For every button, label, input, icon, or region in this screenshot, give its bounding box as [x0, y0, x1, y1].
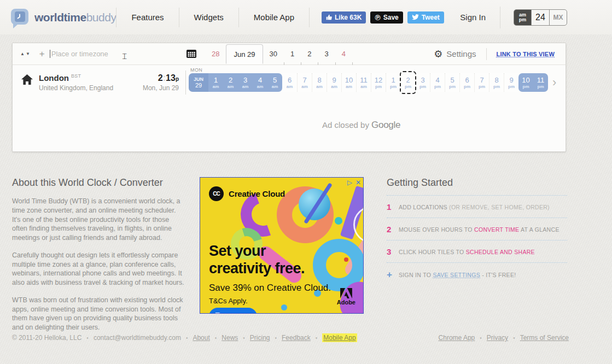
about-title: About this World Clock / Converter — [12, 177, 194, 189]
adchoices-controls: ▷ ✕ — [347, 179, 361, 186]
hour-tile-11am[interactable]: 11am — [356, 73, 371, 92]
hour-tile-3pm[interactable]: 3pm — [415, 73, 430, 92]
format-mx-button[interactable]: MX — [550, 10, 567, 25]
sign-in-link[interactable]: Sign In — [460, 13, 486, 22]
tweet-button[interactable]: Tweet — [407, 11, 444, 24]
scroll-right-icon[interactable]: › — [552, 77, 556, 88]
separator-dot: • — [513, 335, 515, 341]
getting-started-item-4: +SIGN IN TO SAVE SETTINGS - IT'S FREE! — [387, 263, 567, 286]
getting-started-title: Getting Started — [387, 177, 567, 196]
date-tab[interactable]: 1 — [284, 50, 301, 58]
text-cursor-icon: ⌶ — [122, 51, 127, 61]
footer-link-about[interactable]: About — [193, 334, 209, 342]
home-icon[interactable] — [21, 74, 33, 85]
separator-dot: • — [316, 335, 318, 341]
divider — [309, 8, 310, 27]
hour-tile-4am[interactable]: 4am — [253, 73, 267, 92]
date-tab[interactable]: 30 — [263, 50, 284, 58]
footer: © 2011-20 Helloka, LLC • contact@worldti… — [12, 333, 569, 342]
sort-arrows-icon[interactable]: ▲▼ — [20, 51, 31, 56]
footer-link-mobile-app[interactable]: Mobile App — [322, 333, 357, 342]
about-paragraph: Carefully thought out design lets it eff… — [12, 251, 186, 287]
location-row: LondonBST United Kingdom, England 2:13p … — [13, 65, 566, 97]
hour-tile-7am[interactable]: 7am — [297, 73, 312, 92]
footer-link-pricing[interactable]: Pricing — [250, 334, 270, 342]
nav-mobile-app[interactable]: Mobile App — [239, 13, 309, 22]
hour-tile-8am[interactable]: 8am — [312, 73, 327, 92]
hour-tile-9pm[interactable]: 9pm — [504, 73, 518, 92]
hour-tile-11pm[interactable]: 11pm — [533, 73, 548, 92]
dates-group: 28Jun 29301234 — [186, 43, 352, 65]
hour-tile-2am[interactable]: 2am — [223, 73, 238, 92]
format-24h-button[interactable]: 24 — [531, 10, 550, 25]
hour-tile-3am[interactable]: 3am — [238, 73, 253, 92]
main-panel: ▲▼ + Place or timezone ⌶ — [12, 43, 566, 152]
facebook-like-button[interactable]: Like 63K — [322, 11, 366, 24]
date-tab[interactable]: 3 — [318, 50, 335, 58]
calendar-icon[interactable] — [186, 50, 196, 58]
date-tabs: 28Jun 29301234 — [205, 43, 352, 65]
separator-dot: • — [86, 335, 89, 341]
logo-text-light: buddy — [86, 11, 116, 24]
adobe-mark-icon — [340, 288, 352, 298]
hour-tile-10am[interactable]: 10am — [341, 73, 356, 92]
footer-link-privacy[interactable]: Privacy — [487, 334, 508, 342]
settings-gear-icon[interactable]: ⚙ — [434, 48, 442, 60]
hour-tile-5am[interactable]: 5am — [267, 73, 282, 92]
date-tile[interactable]: JUN29 — [189, 73, 208, 92]
hour-tile-7pm[interactable]: 7pm — [474, 73, 489, 92]
footer-link-terms-of-service[interactable]: Terms of Service — [520, 334, 569, 342]
footer-link-feedback[interactable]: Feedback — [282, 334, 311, 342]
hour-tile-6am[interactable]: 6am — [282, 73, 297, 92]
hour-tile-6pm[interactable]: 6pm — [459, 73, 474, 92]
date-tab[interactable]: 2 — [301, 50, 318, 58]
hour-tile-4pm[interactable]: 4pm — [430, 73, 445, 92]
location-time: 2:13p Mon, Jun 29 — [126, 73, 179, 92]
logo-text-bold: worldtime — [34, 11, 86, 24]
hour-tile-10pm[interactable]: 10pm — [518, 73, 533, 92]
current-date: Mon, Jun 29 — [126, 84, 179, 92]
hour-tile-1pm[interactable]: 1pm — [386, 73, 400, 92]
ampm-bottom: pm — [519, 17, 527, 22]
social-buttons: Like 63K ℗ Save Tweet — [322, 11, 444, 24]
nav-features[interactable]: Features — [116, 13, 178, 22]
getting-started-text: SIGN IN TO SAVE SETTINGS - IT'S FREE! — [399, 271, 516, 279]
hour-tile-1am[interactable]: 1am — [208, 73, 223, 92]
settings-button[interactable]: Settings — [446, 49, 476, 58]
date-tab[interactable]: 4 — [335, 50, 352, 58]
ad-headline: Set your creativity free. — [209, 242, 305, 277]
getting-started-item-2: 2MOUSE OVER HOURS TO CONVERT TIME AT A G… — [387, 218, 567, 240]
ad-closed-text: Ad closed by — [322, 120, 371, 130]
copyright-text: © 2011-20 Helloka, LLC — [12, 334, 81, 342]
date-tab-active[interactable]: Jun 29 — [226, 44, 263, 64]
hour-tile-8pm[interactable]: 8pm — [489, 73, 504, 92]
adchoices-icon[interactable]: ▷ — [347, 179, 352, 186]
format-ampm-button[interactable]: am pm — [514, 10, 531, 25]
search-input[interactable]: Place or timezone — [51, 50, 108, 58]
creative-cloud-ad[interactable]: ▷ ✕ CC Creative Cloud Set your creativit… — [200, 177, 364, 314]
footer-link-news[interactable]: News — [222, 334, 238, 342]
hour-tile-12pm[interactable]: 12pm — [371, 73, 386, 92]
ad-brand-label: Creative Cloud — [229, 189, 285, 198]
add-location-icon[interactable]: + — [39, 49, 45, 60]
buy-now-button[interactable]: Buy now — [209, 308, 257, 314]
input-caret — [50, 50, 50, 58]
date-tab[interactable]: 28 — [205, 50, 226, 58]
hour-tile-5pm[interactable]: 5pm — [445, 73, 459, 92]
hour-tile-9am[interactable]: 9am — [327, 73, 341, 92]
timeline: MON JUN291am2am3am4am5am6am7am8am9am10am… — [189, 73, 548, 92]
twitter-bird-icon — [412, 14, 419, 20]
divider — [500, 7, 500, 28]
logo[interactable]: worldtimebuddy — [11, 9, 116, 26]
pinterest-save-button[interactable]: ℗ Save — [370, 11, 403, 24]
adobe-label: Adobe — [337, 299, 355, 306]
hour-tile-2pm[interactable]: 2pm — [400, 73, 415, 92]
nav-widgets[interactable]: Widgets — [179, 13, 238, 22]
plus-icon: + — [387, 269, 399, 280]
thumbs-up-icon — [326, 14, 332, 20]
ad-close-icon[interactable]: ✕ — [355, 179, 361, 186]
link-to-this-view[interactable]: LINK TO THIS VIEW — [497, 51, 555, 57]
save-settings-link[interactable]: SAVE SETTINGS — [433, 272, 480, 278]
footer-link-chrome-app[interactable]: Chrome App — [439, 334, 475, 342]
region-name: United Kingdom, England — [39, 84, 126, 92]
